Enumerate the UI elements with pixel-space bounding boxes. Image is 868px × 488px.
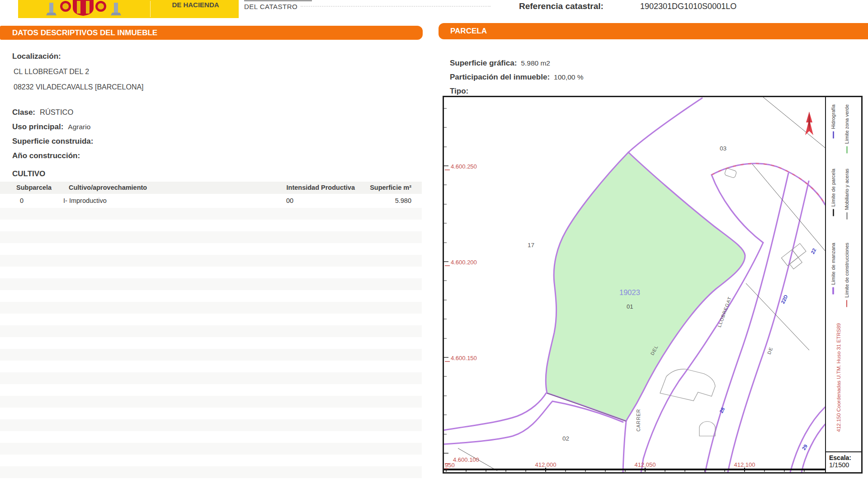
dotted-rule [301,6,491,7]
ano-construccion-label: Año construcción: [12,151,80,160]
parcel-17-label: 17 [528,242,534,249]
col-cultivo: Cultivo/aprovechamiento [69,184,147,191]
street-carrer-label: CARRER [636,409,641,432]
clase-field: Clase:RÚSTICO [12,108,73,117]
map-legend: Hidrografía Límite zona verde Límite de … [825,97,861,451]
limite-parcela-line-icon [833,209,834,216]
road-22-label: 22 [810,247,817,254]
section-title-parcela-label: PARCELA [450,27,487,36]
scale-box: Escala: 1/1500 [825,451,861,472]
y-label-1: 4.600.250 [451,163,477,170]
parcel-02-label: 02 [562,435,569,442]
y-label-4: 4.600.100 [453,456,479,463]
clase-value: RÚSTICO [40,108,73,116]
legend-hidrografia: Hidrografía [830,104,836,138]
cultivo-title: CULTIVO [12,169,45,178]
cadastral-reference-value: 1902301DG1010S0001LO [640,2,736,11]
subject-parcel-sub: 01 [627,303,633,310]
col-intensidad: Intensidad Productiva [271,184,355,191]
street-de-label: DE [766,346,774,355]
address-line-2: 08232 VILADECAVALLS [BARCELONA] [14,83,144,91]
subject-parcel-ref: 19023 [619,288,640,296]
legend-zona-verde: Límite zona verde [844,104,849,153]
uso-label: Uso principal: [12,122,63,131]
y-label-3: 4.600.150 [451,355,477,361]
uso-value: Agrario [68,123,90,131]
superficie-grafica-field: Superficie gráfica:5.980 m2 [450,59,550,68]
parcel-03-label: 03 [720,145,726,152]
y-label-2: 4.600.200 [451,259,477,266]
localizacion-label: Localización: [12,52,61,61]
limite-manzana-line-icon [832,287,834,295]
road-28-label: 28 [718,407,726,414]
cultivo-table-header: Subparcela Cultivo/aprovechamiento Inten… [0,182,422,194]
address-line-1: CL LLOBREGAT DEL 2 [14,68,89,76]
section-title-parcela: PARCELA [439,23,868,39]
section-title-inmueble: DATOS DESCRIPTIVOS DEL INMUEBLE [0,26,423,40]
superficie-construida-field: Superficie construida: [12,137,98,146]
banner-divider [150,1,151,17]
cut-text-remnant [244,0,312,1]
hidrografia-line-icon [833,131,834,138]
ano-construccion-field: Año construcción: [12,151,85,160]
subject-parcel-shape [546,152,745,421]
superficie-grafica-value: 5.980 m2 [521,59,550,67]
participacion-value: 100,00 % [554,73,584,81]
participacion-label: Participación del inmueble: [450,73,550,81]
x-label-1: 412.000 [535,461,557,468]
map-drawing: 4.600.250 4.600.200 4.600.150 4.600.100 … [444,97,825,472]
x-label-partial: 950 [445,462,455,469]
utm-coordinate-note: 412.150 Coordenadas U.TM. Huso 31 ETRS89 [836,323,841,432]
cadastral-reference-label: Referencia catastral: [519,1,604,11]
north-arrow-icon [805,112,813,135]
legend-limite-manzana: Límite de manzana [830,243,836,295]
legend-limite-parcela: Límite de parcela [830,169,836,216]
cell-subparcela: 0 [20,197,24,204]
legend-limite-construcciones: Límite de construcciones [844,243,849,307]
uso-field: Uso principal:Agrario [12,122,90,131]
ministry-banner: DE HACIENDA [18,0,239,18]
cell-cultivo: I- Improductivo [63,197,107,204]
cell-intensidad: 00 [286,197,293,204]
limite-construcciones-line-icon [846,300,847,307]
left-minor-ticks [444,108,447,434]
superficie-grafica-label: Superficie gráfica: [450,59,517,67]
scale-value: 1/1500 [829,461,861,469]
empty-table-rows [0,208,422,488]
mobiliario-line-icon [846,212,848,220]
x-label-3: 412.100 [734,461,755,468]
table-row: 0 I- Improductivo 00 5.980 [0,194,422,208]
x-label-2: 412.050 [635,461,656,468]
col-superficie: Superficie m² [348,184,411,191]
cadastral-map: 4.600.250 4.600.200 4.600.150 4.600.100 … [443,96,863,474]
street-llobregat-label: LLOBREGAT [717,296,733,328]
superficie-construida-label: Superficie construida: [12,137,93,145]
tipo-label: Tipo: [450,87,468,95]
col-subparcela: Subparcela [16,184,52,191]
tipo-field: Tipo: [450,87,472,96]
spain-coat-of-arms-icon [43,0,124,18]
ministry-name: DE HACIENDA [154,1,237,9]
cell-superficie: 5.980 [348,197,411,204]
clase-label: Clase: [12,108,35,117]
scale-label: Escala: [829,454,861,461]
section-title-inmueble-label: DATOS DESCRIPTIVOS DEL INMUEBLE [12,28,157,38]
participacion-field: Participación del inmueble:100,00 % [450,73,584,82]
zona-verde-line-icon [846,146,848,153]
catastro-logo-text: DEL CATASTRO [244,3,297,10]
legend-mobiliario: Mobiliario y aceras [844,169,849,220]
road-29-label: 29 [801,443,809,451]
left-major-ticks [444,166,448,453]
